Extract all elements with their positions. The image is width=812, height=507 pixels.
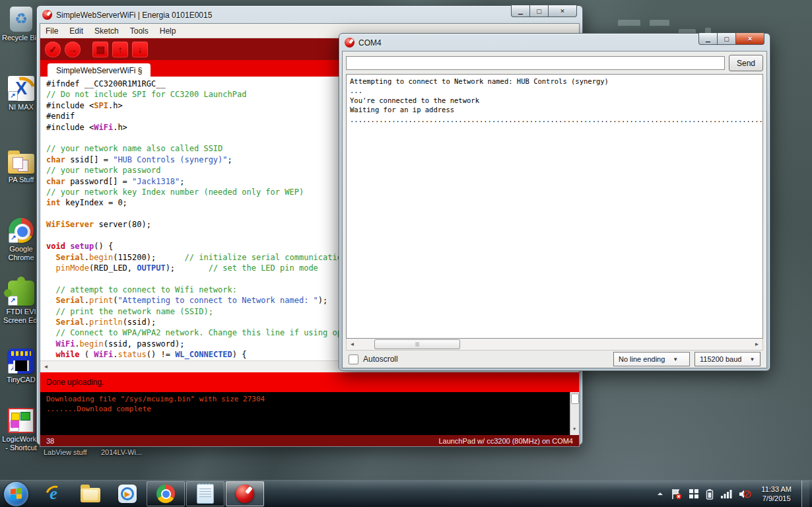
scroll-right-icon[interactable]: ► bbox=[753, 340, 761, 349]
status-message: Done uploading. bbox=[46, 378, 104, 387]
tab-simplewebserverwifi[interactable]: SimpleWebServerWiFi § bbox=[48, 63, 151, 77]
line-ending-value: No line ending bbox=[619, 355, 665, 363]
puzzle-icon: ↗ bbox=[8, 281, 34, 306]
show-desktop-button[interactable] bbox=[801, 481, 809, 507]
menu-sketch[interactable]: Sketch bbox=[94, 26, 119, 36]
com4-titlebar[interactable]: COM4 ▁ ▢ ✕ bbox=[339, 34, 770, 51]
windows-program-icon[interactable] bbox=[689, 489, 699, 499]
serial-output-line: You're connected to the network bbox=[350, 96, 759, 105]
desktop-icon-label: LogicWorks - Shortcut bbox=[1, 435, 41, 452]
desktop-label-2014lv[interactable]: 2014LV-Wi... bbox=[101, 448, 142, 456]
system-tray: 11:33 AM 7/9/2015 bbox=[656, 481, 812, 507]
desktop-icon-label: PA Stuff bbox=[1, 176, 41, 184]
taskbar-item-energia[interactable] bbox=[226, 481, 264, 506]
notepad-icon bbox=[197, 484, 214, 504]
autoscroll-checkbox[interactable] bbox=[349, 355, 358, 364]
console-scrollbar[interactable]: ▼ bbox=[570, 392, 579, 435]
serial-output-line: Waiting for an ip address bbox=[350, 105, 759, 114]
taskbar-item-notepad[interactable] bbox=[186, 481, 224, 506]
desktop-icon-label: Google Chrome bbox=[1, 245, 41, 262]
serial-input[interactable] bbox=[346, 56, 725, 70]
network-signal-icon[interactable] bbox=[720, 489, 732, 499]
show-hidden-icons-button[interactable] bbox=[656, 490, 664, 498]
console-output: Downloading file "/sys/mcuimg.bin" with … bbox=[40, 392, 579, 435]
editor-statusbar: 38 LaunchPad w/ cc3200 (80MHz) on COM4 bbox=[40, 435, 579, 446]
save-icon: ↓ bbox=[138, 44, 143, 55]
open-button[interactable]: ↑ bbox=[112, 42, 128, 57]
baud-rate-dropdown[interactable]: 115200 baud ▼ bbox=[694, 352, 761, 366]
scroll-down-icon[interactable]: ▼ bbox=[570, 424, 578, 434]
logicworks-icon: ↗ bbox=[8, 408, 34, 433]
serial-scrollbar-thumb[interactable]: ||| bbox=[374, 339, 460, 349]
com4-window-title: COM4 bbox=[358, 38, 382, 48]
verify-icon: ✓ bbox=[49, 44, 57, 55]
desktop-icon-ni-max[interactable]: ↗NI MAX bbox=[1, 76, 41, 112]
line-number-indicator: 38 bbox=[46, 437, 54, 445]
menu-help[interactable]: Help bbox=[160, 26, 176, 36]
ni-max-icon: ↗ bbox=[8, 76, 34, 101]
upload-button[interactable]: → bbox=[65, 42, 81, 57]
console-scrollbar-thumb[interactable] bbox=[571, 393, 579, 404]
serial-output-line: ........................................… bbox=[350, 115, 759, 124]
desktop-label-labview-stuff[interactable]: LabView stuff bbox=[44, 448, 87, 456]
desktop-icon-puzzle[interactable]: ↗FTDI EVI Screen Edi bbox=[1, 281, 41, 325]
minimize-button[interactable]: ▁ bbox=[698, 33, 718, 45]
menu-tools[interactable]: Tools bbox=[130, 26, 149, 36]
close-button[interactable]: ✕ bbox=[548, 5, 577, 17]
shortcut-arrow-icon: ↗ bbox=[8, 364, 18, 374]
minimize-button[interactable]: ▁ bbox=[511, 5, 530, 17]
desktop-icon-label: NI MAX bbox=[1, 103, 41, 112]
energia-titlebar[interactable]: SimpleWebServerWiFi | Energia 0101E0015 … bbox=[37, 6, 582, 23]
serial-output[interactable]: Attempting to connect to Network named: … bbox=[346, 74, 763, 339]
maximize-button[interactable]: ▢ bbox=[529, 5, 549, 17]
taskbar-item-windows-explorer[interactable] bbox=[72, 481, 109, 506]
chrome-icon: ↗ bbox=[9, 218, 34, 243]
close-button[interactable]: ✕ bbox=[735, 33, 764, 45]
desktop-icon-logicworks[interactable]: ↗LogicWorks - Shortcut bbox=[1, 408, 41, 452]
taskbar-item-google-chrome[interactable] bbox=[147, 481, 185, 506]
send-button[interactable]: Send bbox=[729, 55, 763, 71]
scroll-left-icon[interactable]: ◄ bbox=[42, 362, 50, 371]
energia-app-icon bbox=[345, 38, 355, 48]
taskbar: 11:33 AM 7/9/2015 bbox=[0, 480, 812, 507]
clock-time: 11:33 AM bbox=[761, 485, 792, 494]
scroll-left-icon[interactable]: ◄ bbox=[348, 340, 356, 349]
line-ending-dropdown[interactable]: No line ending ▼ bbox=[613, 352, 690, 366]
desktop-icon-folder[interactable]: PA Stuff bbox=[1, 149, 41, 184]
desktop-icon-chrome[interactable]: ↗Google Chrome bbox=[1, 218, 41, 262]
energia-app-icon bbox=[42, 10, 52, 20]
energia-window-title: SimpleWebServerWiFi | Energia 0101E0015 bbox=[56, 11, 212, 20]
desktop-icon-recycle-bin[interactable]: Recycle Bin bbox=[1, 7, 41, 42]
board-port-indicator: LaunchPad w/ cc3200 (80MHz) on COM4 bbox=[438, 437, 573, 445]
google-chrome-icon bbox=[156, 485, 175, 503]
console-line: .......Download complete bbox=[46, 404, 568, 414]
menu-file[interactable]: File bbox=[46, 26, 58, 36]
desktop-icon-label: Recycle Bin bbox=[1, 34, 41, 42]
shortcut-arrow-icon: ↗ bbox=[9, 422, 19, 432]
desktop-icon-label: FTDI EVI Screen Edi bbox=[1, 308, 41, 325]
clock-date: 7/9/2015 bbox=[761, 494, 792, 503]
start-button[interactable] bbox=[4, 482, 28, 506]
menu-edit[interactable]: Edit bbox=[69, 26, 83, 36]
action-center-flag-icon[interactable] bbox=[671, 489, 682, 500]
shortcut-arrow-icon: ↗ bbox=[9, 233, 18, 243]
new-button[interactable]: ▤ bbox=[92, 42, 108, 57]
maximize-button[interactable]: ▢ bbox=[717, 33, 736, 45]
upload-icon: → bbox=[68, 44, 77, 55]
desktop-icon-tinycad[interactable]: ↗TinyCAD bbox=[1, 349, 41, 384]
volume-muted-icon[interactable] bbox=[739, 489, 751, 500]
folder-icon bbox=[8, 154, 34, 174]
taskbar-item-media-player[interactable] bbox=[109, 481, 146, 506]
battery-icon[interactable] bbox=[706, 489, 714, 500]
verify-button[interactable]: ✓ bbox=[45, 42, 61, 57]
console-line: Downloading file "/sys/mcuimg.bin" with … bbox=[46, 394, 568, 404]
serial-horizontal-scrollbar[interactable]: ◄ ||| ► bbox=[346, 339, 763, 351]
com4-window-body: Send Attempting to connect to Network na… bbox=[342, 51, 767, 368]
recycle-bin-icon bbox=[10, 7, 32, 32]
taskbar-clock[interactable]: 11:33 AM 7/9/2015 bbox=[761, 485, 792, 503]
serial-monitor-window: COM4 ▁ ▢ ✕ Send Attempting to connect to… bbox=[339, 33, 770, 371]
save-button[interactable]: ↓ bbox=[132, 42, 148, 57]
taskbar-item-internet-explorer[interactable] bbox=[35, 481, 72, 506]
shortcut-arrow-icon: ↗ bbox=[8, 91, 18, 101]
open-icon: ↑ bbox=[118, 44, 123, 55]
